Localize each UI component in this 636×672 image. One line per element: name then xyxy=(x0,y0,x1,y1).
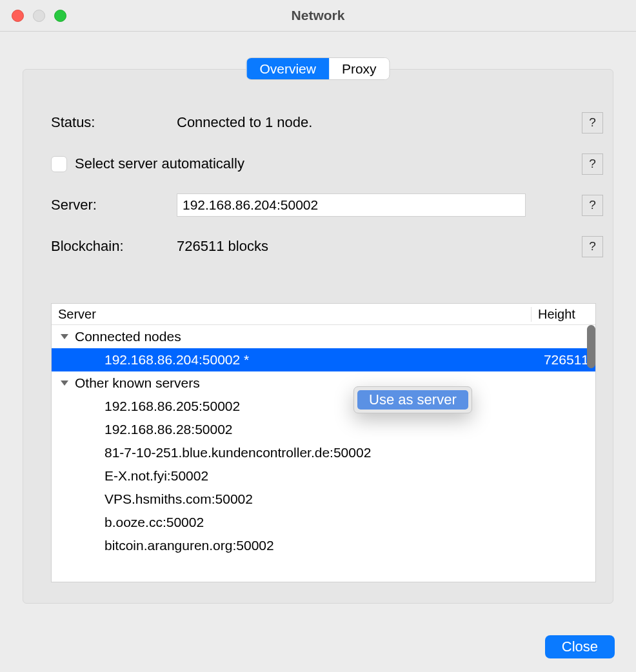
auto-select-checkbox[interactable] xyxy=(51,156,67,172)
form-area: Status: Connected to 1 node. ? Select se… xyxy=(51,111,603,276)
status-help-button[interactable]: ? xyxy=(582,112,603,133)
tree-item-server: 192.168.86.28:50002 xyxy=(104,422,233,437)
tree-item[interactable]: 192.168.86.205:50002 xyxy=(52,395,595,418)
menu-use-as-server[interactable]: Use as server xyxy=(357,390,468,410)
status-value: Connected to 1 node. xyxy=(177,114,312,131)
tree-item[interactable]: 192.168.86.28:50002 xyxy=(52,418,595,441)
tree-item[interactable]: 81-7-10-251.blue.kundencontroller.de:500… xyxy=(52,441,595,464)
auto-select-control[interactable]: Select server automatically xyxy=(51,155,244,172)
close-button[interactable]: Close xyxy=(545,635,615,658)
titlebar: Network xyxy=(0,0,636,32)
tree-item[interactable]: bitcoin.aranguren.org:50002 xyxy=(52,534,595,557)
tree-item-server: 192.168.86.204:50002 * xyxy=(104,352,249,368)
blockchain-label: Blockchain: xyxy=(51,238,177,255)
tree-item-server: b.ooze.cc:50002 xyxy=(104,515,204,530)
tree-group-connected[interactable]: Connected nodes xyxy=(52,325,595,348)
tree-item-server: VPS.hsmiths.com:50002 xyxy=(104,491,253,507)
tree-item-selected[interactable]: 192.168.86.204:50002 * 726511 xyxy=(52,348,595,371)
tree-item[interactable]: E-X.not.fyi:50002 xyxy=(52,464,595,488)
context-menu: Use as server xyxy=(353,386,472,413)
server-help-button[interactable]: ? xyxy=(582,195,603,216)
status-label: Status: xyxy=(51,114,177,131)
chevron-down-icon xyxy=(61,380,68,386)
auto-select-help-button[interactable]: ? xyxy=(582,153,603,175)
tree-group-label: Connected nodes xyxy=(75,329,181,344)
tab-overview[interactable]: Overview xyxy=(246,58,329,79)
main-panel: Overview Proxy Status: Connected to 1 no… xyxy=(23,69,613,604)
tree-item-server: 81-7-10-251.blue.kundencontroller.de:500… xyxy=(104,445,371,460)
server-row: Server: ? xyxy=(51,193,603,217)
blockchain-value: 726511 blocks xyxy=(177,238,268,255)
auto-select-row: Select server automatically ? xyxy=(51,152,603,175)
tree-item[interactable]: b.ooze.cc:50002 xyxy=(52,511,595,534)
tab-proxy[interactable]: Proxy xyxy=(329,58,390,79)
tree-item[interactable]: VPS.hsmiths.com:50002 xyxy=(52,488,595,511)
tree-group-label: Other known servers xyxy=(75,375,200,391)
tree-item-server: 192.168.86.205:50002 xyxy=(104,399,240,414)
tree-header-height[interactable]: Height xyxy=(531,307,595,322)
tree-header-server[interactable]: Server xyxy=(52,307,531,322)
chevron-down-icon xyxy=(61,334,68,339)
blockchain-row: Blockchain: 726511 blocks ? xyxy=(51,235,603,258)
server-input[interactable] xyxy=(177,193,526,217)
status-row: Status: Connected to 1 node. ? xyxy=(51,111,603,134)
window-title: Network xyxy=(0,8,636,23)
server-label: Server: xyxy=(51,197,177,213)
server-tree[interactable]: Server Height Connected nodes 192.168.86… xyxy=(51,303,596,582)
scrollbar-thumb[interactable] xyxy=(587,325,595,368)
tree-header: Server Height xyxy=(52,304,595,325)
tree-group-other[interactable]: Other known servers xyxy=(52,371,595,395)
tabbar: Overview Proxy xyxy=(246,57,390,80)
tree-item-server: E-X.not.fyi:50002 xyxy=(104,468,208,484)
tree-item-server: bitcoin.aranguren.org:50002 xyxy=(104,538,274,553)
tree-body: Connected nodes 192.168.86.204:50002 * 7… xyxy=(52,325,595,557)
blockchain-help-button[interactable]: ? xyxy=(582,236,603,257)
auto-select-label: Select server automatically xyxy=(75,155,244,172)
